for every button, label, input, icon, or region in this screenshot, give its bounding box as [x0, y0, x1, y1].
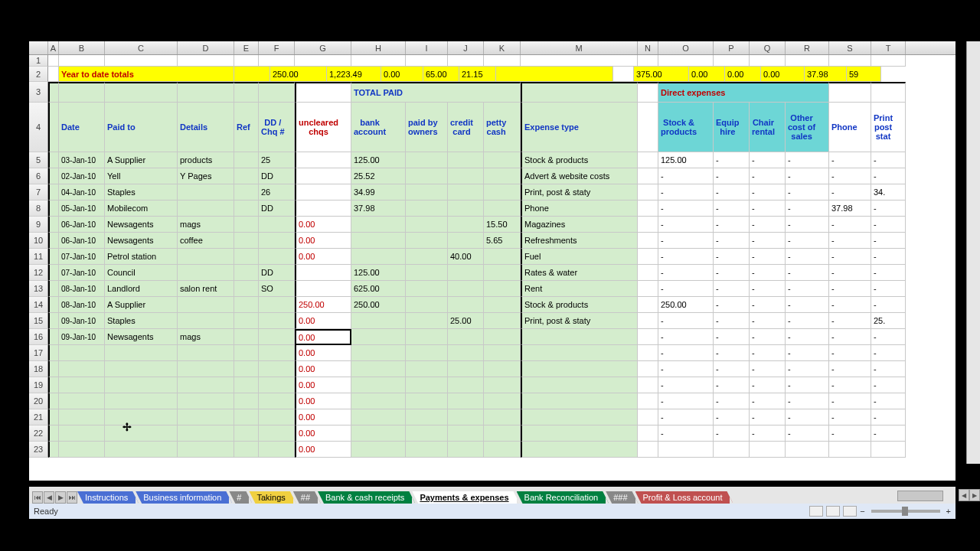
cell[interactable]: [59, 82, 105, 103]
col-Q[interactable]: Q: [750, 41, 786, 54]
cell[interactable]: [48, 82, 59, 103]
cell[interactable]: -: [871, 345, 906, 361]
cell[interactable]: -: [786, 201, 829, 217]
cell[interactable]: [484, 281, 521, 297]
cell[interactable]: [484, 297, 521, 313]
cell[interactable]: [351, 329, 406, 345]
cell[interactable]: unclearedchqs: [295, 103, 351, 152]
cell[interactable]: [259, 345, 295, 361]
tab-profit-loss[interactable]: Profit & Loss account: [635, 491, 733, 504]
cell[interactable]: [259, 249, 295, 265]
cell[interactable]: [234, 233, 259, 249]
cell[interactable]: 34.99: [351, 184, 406, 201]
cell[interactable]: -: [871, 329, 906, 345]
cell[interactable]: [48, 67, 59, 82]
col-G[interactable]: G: [295, 41, 351, 54]
cell[interactable]: DD: [259, 201, 295, 217]
cell[interactable]: [259, 377, 295, 393]
cell[interactable]: [714, 442, 750, 458]
cell[interactable]: [234, 67, 270, 82]
cell[interactable]: [48, 361, 59, 377]
cell[interactable]: [234, 329, 259, 345]
cell[interactable]: [638, 442, 658, 458]
cell[interactable]: 0.00: [295, 313, 351, 329]
cell[interactable]: [521, 329, 638, 345]
cell[interactable]: -: [871, 201, 906, 217]
cell[interactable]: [448, 281, 484, 297]
cell[interactable]: 250.00: [295, 297, 351, 313]
row-header[interactable]: 14: [29, 297, 48, 313]
cell[interactable]: [59, 425, 105, 442]
cell[interactable]: -: [658, 361, 714, 377]
cell[interactable]: [448, 377, 484, 393]
cell[interactable]: 06-Jan-10: [59, 217, 105, 233]
cell[interactable]: -: [750, 313, 786, 329]
cell[interactable]: -: [714, 249, 750, 265]
row-header[interactable]: 10: [29, 233, 48, 249]
cell[interactable]: [234, 201, 259, 217]
row-header[interactable]: 21: [29, 409, 48, 425]
cell[interactable]: [178, 201, 234, 217]
cell[interactable]: -: [658, 377, 714, 393]
cell[interactable]: [351, 425, 406, 442]
cell[interactable]: Print, post & staty: [521, 184, 638, 201]
cell[interactable]: -: [786, 329, 829, 345]
cell[interactable]: [496, 67, 613, 82]
cell[interactable]: -: [829, 184, 871, 201]
cell[interactable]: 0.00: [295, 442, 351, 458]
horizontal-scrollbar[interactable]: [897, 491, 943, 501]
cell[interactable]: salon rent: [178, 281, 234, 297]
row-header[interactable]: 20: [29, 393, 48, 409]
cell[interactable]: [786, 442, 829, 458]
cell[interactable]: Advert & website costs: [521, 168, 638, 184]
cell[interactable]: [234, 442, 259, 458]
col-P[interactable]: P: [714, 41, 750, 54]
cell[interactable]: -: [786, 297, 829, 313]
tab-bank-receipts[interactable]: Bank & cash receipts: [318, 491, 415, 504]
cell[interactable]: -: [714, 184, 750, 201]
cell[interactable]: -: [658, 329, 714, 345]
cell[interactable]: [295, 152, 351, 168]
cell[interactable]: [638, 425, 658, 442]
col-N[interactable]: N: [638, 41, 658, 54]
cell[interactable]: [658, 442, 714, 458]
cell[interactable]: -: [786, 233, 829, 249]
cell[interactable]: Details: [178, 103, 234, 152]
cell[interactable]: [48, 329, 59, 345]
cell[interactable]: -: [829, 281, 871, 297]
cell[interactable]: -: [658, 201, 714, 217]
cell[interactable]: [351, 249, 406, 265]
cell[interactable]: [521, 55, 638, 67]
cell[interactable]: -: [786, 425, 829, 442]
cell[interactable]: [638, 217, 658, 233]
cell[interactable]: [638, 281, 658, 297]
cell[interactable]: [259, 297, 295, 313]
cell[interactable]: [105, 82, 178, 103]
cell[interactable]: -: [658, 409, 714, 425]
cell[interactable]: Landlord: [105, 281, 178, 297]
cell[interactable]: -: [750, 249, 786, 265]
cell[interactable]: [484, 377, 521, 393]
cell[interactable]: [178, 409, 234, 425]
cell[interactable]: -: [829, 313, 871, 329]
cell[interactable]: creditcard: [448, 103, 484, 152]
cell[interactable]: [638, 233, 658, 249]
cell[interactable]: [178, 82, 234, 103]
cell[interactable]: pettycash: [484, 103, 521, 152]
cell[interactable]: [48, 297, 59, 313]
cell[interactable]: -: [750, 233, 786, 249]
cell[interactable]: -: [714, 329, 750, 345]
cell[interactable]: [48, 313, 59, 329]
cell[interactable]: -: [750, 281, 786, 297]
cell[interactable]: [48, 152, 59, 168]
cell[interactable]: 25.52: [351, 168, 406, 184]
cell[interactable]: -: [829, 377, 871, 393]
row-header[interactable]: 9: [29, 217, 48, 233]
cell[interactable]: [48, 393, 59, 409]
cell[interactable]: [105, 55, 178, 67]
sheet-tabs[interactable]: ⏮ ◀ ▶ ⏭ Instructions Business informatio…: [29, 487, 956, 504]
cell[interactable]: [234, 425, 259, 442]
cell[interactable]: -: [750, 184, 786, 201]
cell[interactable]: [259, 233, 295, 249]
cell[interactable]: [484, 201, 521, 217]
